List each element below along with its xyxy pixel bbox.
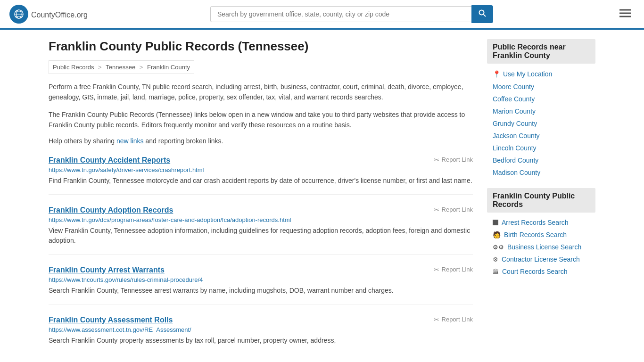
records-section: Franklin County Public Records Arrest Re…: [487, 188, 595, 278]
gear-icon: ⚙: [493, 256, 498, 263]
main-layout: Franklin County Public Records (Tennesse…: [39, 30, 605, 362]
contractor-license-link[interactable]: Contractor License Search: [502, 255, 580, 263]
record-title[interactable]: Franklin County Assessment Rolls: [49, 316, 173, 324]
record-entry: Franklin County Arrest Warrants ✂ Report…: [49, 266, 473, 304]
record-header: Franklin County Arrest Warrants ✂ Report…: [49, 266, 473, 274]
sidebar-birth-records[interactable]: 🧑 Birth Records Search: [487, 229, 595, 241]
record-url[interactable]: https://www.tn.gov/safety/driver-service…: [49, 166, 473, 173]
header: CountyOffice.org: [0, 0, 644, 30]
record-header: Franklin County Assessment Rolls ✂ Repor…: [49, 316, 473, 324]
record-url[interactable]: https://www.tn.gov/dcs/program-areas/fos…: [49, 216, 473, 223]
use-my-location-item[interactable]: 📍 Use My Location: [487, 67, 595, 81]
page-title: Franklin County Public Records (Tennesse…: [49, 39, 473, 54]
report-label: Report Link: [442, 156, 473, 163]
sidebar-item-marion[interactable]: Marion County: [487, 105, 595, 117]
business-license-link[interactable]: Business License Search: [507, 243, 581, 251]
help-text: Help others by sharing new links and rep…: [49, 137, 473, 145]
svg-line-6: [483, 15, 486, 17]
record-header: Franklin County Adoption Records ✂ Repor…: [49, 206, 473, 214]
search-button[interactable]: [471, 5, 493, 23]
court-records-link[interactable]: Court Records Search: [502, 268, 568, 275]
record-entry: Franklin County Accident Reports ✂ Repor…: [49, 156, 473, 195]
sidebar-item-coffee[interactable]: Coffee County: [487, 93, 595, 105]
record-url[interactable]: https://www.tncourts.gov/rules/rules-cri…: [49, 276, 473, 283]
report-icon: ✂: [434, 316, 439, 323]
logo-text: CountyOffice.org: [31, 9, 88, 20]
logo-icon: [9, 5, 28, 24]
report-label: Report Link: [442, 316, 473, 323]
report-link[interactable]: ✂ Report Link: [434, 316, 473, 323]
records-section-header: Franklin County Public Records: [487, 188, 595, 213]
report-label: Report Link: [442, 266, 473, 273]
main-content: Franklin County Public Records (Tennesse…: [49, 39, 473, 362]
square-icon: [493, 220, 498, 225]
menu-button[interactable]: [616, 6, 635, 23]
report-icon: ✂: [434, 156, 439, 164]
person-icon: 🧑: [493, 231, 501, 239]
report-icon: ✂: [434, 206, 439, 214]
svg-point-5: [479, 10, 484, 15]
court-icon: 🏛: [493, 268, 499, 275]
record-url[interactable]: https://www.assessment.cot.tn.gov/RE_Ass…: [49, 326, 473, 333]
report-link[interactable]: ✂ Report Link: [434, 206, 473, 214]
gear2-icon: ⚙⚙: [493, 244, 504, 251]
record-desc: Search Franklin County, Tennessee arrest…: [49, 286, 473, 296]
record-desc: View Franklin County, Tennessee adoption…: [49, 226, 473, 246]
use-my-location-label: Use My Location: [503, 70, 552, 78]
intro-text: Perform a free Franklin County, TN publi…: [49, 82, 473, 103]
breadcrumb-sep-1: >: [98, 64, 103, 71]
report-label: Report Link: [442, 206, 473, 213]
nearby-section: Public Records near Franklin County 📍 Us…: [487, 39, 595, 179]
sidebar-item-grundy[interactable]: Grundy County: [487, 117, 595, 130]
record-title[interactable]: Franklin County Adoption Records: [49, 206, 173, 214]
breadcrumb-sep-2: >: [140, 64, 145, 71]
logo-suffix: .org: [74, 11, 88, 19]
sidebar: Public Records near Franklin County 📍 Us…: [487, 39, 595, 362]
intro-text2: The Franklin County Public Records (Tenn…: [49, 109, 473, 131]
sidebar-court-records[interactable]: 🏛 Court Records Search: [487, 265, 595, 278]
record-entry: Franklin County Adoption Records ✂ Repor…: [49, 206, 473, 255]
record-desc: Find Franklin County, Tennessee motorcyc…: [49, 176, 473, 186]
records-list: Franklin County Accident Reports ✂ Repor…: [49, 156, 473, 354]
sidebar-item-moore[interactable]: Moore County: [487, 81, 595, 93]
sidebar-item-bedford[interactable]: Bedford County: [487, 154, 595, 166]
logo-brand: CountyOffice: [31, 11, 74, 19]
record-header: Franklin County Accident Reports ✂ Repor…: [49, 156, 473, 165]
breadcrumb: Public Records > Tennessee > Franklin Co…: [49, 60, 194, 74]
record-title[interactable]: Franklin County Arrest Warrants: [49, 266, 165, 274]
birth-records-link[interactable]: Birth Records Search: [504, 231, 567, 239]
new-links-link[interactable]: new links: [116, 137, 144, 145]
report-link[interactable]: ✂ Report Link: [434, 156, 473, 164]
location-icon: 📍: [493, 70, 501, 78]
sidebar-business-license[interactable]: ⚙⚙ Business License Search: [487, 241, 595, 253]
breadcrumb-link-3[interactable]: Franklin County: [147, 64, 190, 71]
nearby-section-header: Public Records near Franklin County: [487, 39, 595, 64]
arrest-records-link[interactable]: Arrest Records Search: [502, 219, 569, 226]
header-right: [616, 6, 635, 23]
report-icon: ✂: [434, 266, 439, 273]
sidebar-item-jackson[interactable]: Jackson County: [487, 130, 595, 142]
search-input[interactable]: [210, 6, 471, 22]
search-bar-area: [210, 5, 493, 23]
record-title[interactable]: Franklin County Accident Reports: [49, 156, 170, 165]
sidebar-item-madison[interactable]: Madison County: [487, 166, 595, 179]
record-entry: Franklin County Assessment Rolls ✂ Repor…: [49, 316, 473, 354]
record-desc: Search Franklin County property assessme…: [49, 336, 473, 346]
breadcrumb-link-2[interactable]: Tennessee: [106, 64, 135, 71]
sidebar-arrest-records[interactable]: Arrest Records Search: [487, 216, 595, 229]
sidebar-contractor-license[interactable]: ⚙ Contractor License Search: [487, 253, 595, 265]
logo-area: CountyOffice.org: [9, 5, 88, 24]
sidebar-item-lincoln[interactable]: Lincoln County: [487, 142, 595, 154]
breadcrumb-link-1[interactable]: Public Records: [53, 64, 94, 71]
report-link[interactable]: ✂ Report Link: [434, 266, 473, 273]
